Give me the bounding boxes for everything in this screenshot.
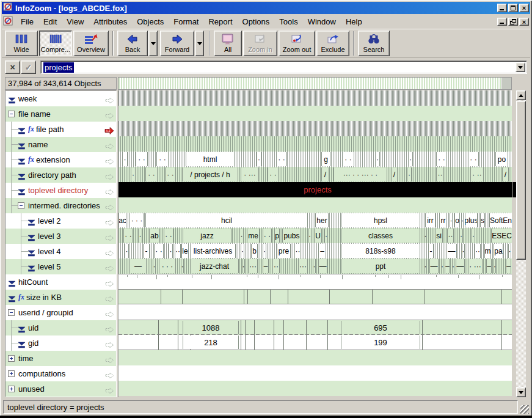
value-cell[interactable]: plus bbox=[465, 213, 478, 227]
attribute-row-size-in-kb[interactable]: fxsize in KB bbox=[5, 290, 116, 305]
value-cell[interactable]: · bbox=[508, 244, 511, 258]
value-cell[interactable]: · bbox=[424, 259, 427, 273]
attribute-row-computations[interactable]: computations bbox=[5, 366, 116, 381]
attribute-row-level-3[interactable]: level 3 bbox=[5, 229, 116, 244]
collapse-box-icon[interactable] bbox=[18, 202, 24, 209]
scroll-up-button[interactable] bbox=[516, 90, 526, 100]
dashed-arrow-icon[interactable] bbox=[105, 111, 114, 122]
value-cell[interactable]: · bbox=[257, 152, 261, 166]
value-cell[interactable]: · ··· bbox=[241, 167, 259, 182]
attribute-row-extension[interactable]: fxextension bbox=[5, 152, 116, 167]
menu-objects[interactable]: Objects bbox=[132, 16, 169, 28]
value-cell[interactable]: ESEC bbox=[491, 229, 512, 243]
value-cell[interactable]: s bbox=[480, 213, 485, 227]
dashed-arrow-icon[interactable] bbox=[105, 95, 114, 106]
value-cell[interactable]: · · bbox=[164, 229, 173, 243]
value-cell[interactable]: · bbox=[181, 259, 184, 273]
value-cell[interactable]: · bbox=[169, 244, 173, 258]
value-cell[interactable]: – bbox=[445, 259, 450, 273]
search-input-value[interactable]: projects bbox=[43, 62, 74, 73]
value-cell[interactable]: · bbox=[263, 244, 266, 258]
value-cell[interactable]: · bbox=[122, 152, 128, 166]
value-cell[interactable]: pa bbox=[494, 244, 503, 258]
value-cell[interactable]: · bbox=[324, 229, 328, 243]
data-row-userid-groupid[interactable] bbox=[118, 304, 512, 320]
exclude-button[interactable]: Exclude bbox=[316, 31, 349, 56]
value-cell[interactable]: - bbox=[143, 244, 150, 258]
expand-box-icon[interactable] bbox=[8, 386, 15, 392]
attribute-row-time[interactable]: time bbox=[5, 351, 116, 366]
mdi-restore-button[interactable] bbox=[508, 18, 518, 26]
back-dropdown-button[interactable] bbox=[148, 31, 158, 56]
value-cell[interactable]: — bbox=[129, 259, 147, 273]
close-button[interactable]: × bbox=[519, 4, 529, 12]
combobox-dropdown-button[interactable] bbox=[516, 62, 525, 72]
scrollbar-thumb[interactable] bbox=[516, 101, 526, 260]
menu-attributes[interactable]: Attributes bbox=[89, 16, 132, 28]
value-cell[interactable]: 1088 bbox=[183, 321, 239, 334]
value-cell[interactable]: ab bbox=[149, 229, 160, 243]
value-cell[interactable]: – bbox=[506, 259, 511, 273]
value-cell[interactable]: rr bbox=[439, 213, 447, 227]
value-cell[interactable]: — bbox=[446, 244, 457, 258]
cancel-search-button[interactable]: × bbox=[5, 61, 20, 74]
value-cell[interactable]: · ··· bbox=[468, 259, 483, 273]
value-cell[interactable]: ··· bbox=[298, 259, 308, 273]
value-cell[interactable]: jazz bbox=[183, 229, 231, 243]
zoomout-button[interactable]: Zoom out bbox=[279, 31, 315, 56]
value-cell[interactable]: ··· bbox=[248, 259, 258, 273]
value-cell[interactable]: 695 bbox=[341, 321, 420, 334]
value-cell[interactable]: · · bbox=[123, 229, 133, 243]
dashed-arrow-icon[interactable] bbox=[105, 386, 114, 397]
dashed-arrow-icon[interactable] bbox=[105, 233, 114, 244]
value-cell[interactable]: her bbox=[315, 213, 329, 227]
menu-report[interactable]: Report bbox=[203, 16, 237, 28]
value-cell[interactable]: · · bbox=[276, 152, 287, 166]
data-row-level-5[interactable]: —·· · ··jazz-chat····–······—ppt·—·–·—· … bbox=[118, 258, 512, 274]
value-cell[interactable]: html bbox=[186, 152, 235, 166]
value-cell[interactable]: · · · bbox=[159, 259, 176, 273]
data-row-level-3[interactable]: · ··ab· ·jazz·me· ·ppubs·U·classes·si···… bbox=[118, 228, 512, 243]
value-cell[interactable]: · · · bbox=[129, 213, 144, 227]
value-cell[interactable]: pubs bbox=[282, 229, 301, 243]
data-row-computations[interactable] bbox=[118, 365, 512, 381]
value-cell[interactable]: · · bbox=[468, 152, 479, 166]
data-row-file-path[interactable] bbox=[118, 121, 512, 136]
dashed-arrow-icon[interactable] bbox=[105, 340, 114, 351]
forward-button[interactable]: Forward bbox=[160, 31, 194, 56]
value-cell[interactable]: po bbox=[495, 152, 508, 166]
value-cell[interactable]: — bbox=[429, 259, 439, 273]
value-cell[interactable]: me bbox=[247, 229, 260, 243]
value-cell[interactable]: — bbox=[456, 259, 465, 273]
value-cell[interactable]: · bbox=[125, 244, 129, 258]
search-combobox[interactable]: projects bbox=[40, 61, 527, 74]
menu-file[interactable]: File bbox=[16, 16, 38, 28]
value-cell[interactable]: hcil bbox=[145, 213, 308, 227]
data-row-hitcount[interactable] bbox=[118, 274, 512, 289]
value-cell[interactable]: 818s-s98 bbox=[341, 244, 420, 258]
attribute-row-file-path[interactable]: fxfile pathA-Z bbox=[5, 122, 116, 137]
value-cell[interactable]: ·· bbox=[272, 259, 280, 273]
value-cell[interactable]: / bbox=[321, 167, 329, 182]
value-cell[interactable]: ·· bbox=[447, 229, 454, 243]
menu-edit[interactable]: Edit bbox=[38, 16, 62, 28]
value-cell[interactable]: jazz-chat bbox=[190, 259, 239, 273]
collapse-box-icon[interactable] bbox=[8, 309, 15, 316]
value-cell[interactable]: · bbox=[313, 259, 316, 273]
attribute-row-toplevel-directory[interactable]: toplevel directory bbox=[5, 183, 116, 198]
data-row-level-4[interactable]: ·-· ····lelist-archives·b·pre··–818s-s98… bbox=[118, 243, 512, 258]
value-cell[interactable]: · bbox=[472, 229, 475, 243]
value-cell[interactable]: · bbox=[408, 152, 413, 166]
value-cell[interactable]: · bbox=[459, 229, 463, 243]
value-cell[interactable]: le bbox=[181, 244, 189, 258]
value-cell[interactable]: · · bbox=[136, 152, 148, 166]
data-row-intermed-directories[interactable] bbox=[118, 197, 512, 213]
value-cell[interactable]: ·· bbox=[175, 244, 181, 258]
dashed-arrow-icon[interactable] bbox=[105, 187, 114, 198]
menu-tools[interactable]: Tools bbox=[274, 16, 302, 28]
sort-az-arrow-icon[interactable]: A-Z bbox=[104, 126, 114, 137]
forward-dropdown-button[interactable] bbox=[195, 31, 204, 56]
value-cell[interactable]: · bbox=[138, 229, 142, 243]
dashed-arrow-icon[interactable] bbox=[105, 279, 114, 290]
attribute-row-file-name[interactable]: file name bbox=[5, 106, 116, 122]
